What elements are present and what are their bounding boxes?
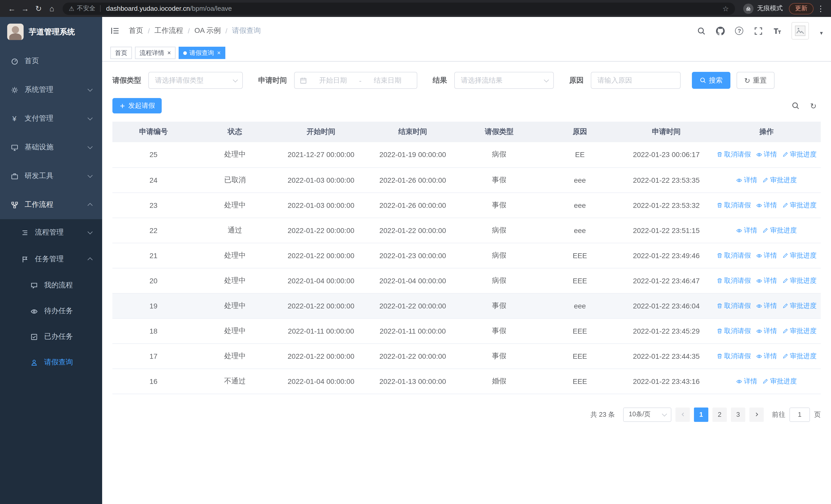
approval-progress-link[interactable]: 审批进度 [782, 301, 816, 310]
tab-process-detail[interactable]: 流程详情 × [135, 47, 175, 59]
approval-progress-link[interactable]: 审批进度 [763, 175, 797, 184]
sidebar-item-process-mgmt[interactable]: 流程管理 [0, 219, 102, 246]
page-button-3[interactable]: 3 [731, 407, 745, 422]
tab-home[interactable]: 首页 [110, 47, 132, 59]
help-icon[interactable]: ? [735, 26, 744, 35]
sidebar-item-task-mgmt[interactable]: 任务管理 [0, 246, 102, 272]
sidebar-item-pending-tasks[interactable]: 待办任务 [0, 298, 102, 324]
table-row[interactable]: 19 处理中 2022-01-22 00:00:00 2022-01-22 00… [112, 293, 821, 318]
apply-time-range-picker[interactable]: 开始日期 - 结束日期 [294, 72, 417, 89]
url-bar[interactable]: ⚠ 不安全 dashboard.yudao.iocoder.cn/bpm/oa/… [63, 2, 735, 14]
user-avatar[interactable] [792, 22, 809, 39]
cancel-leave-link[interactable]: 取消请假 [717, 326, 751, 335]
leave-type-select[interactable]: 请选择请假类型 [148, 72, 243, 89]
detail-link[interactable]: 详情 [736, 377, 757, 386]
browser-reload-icon[interactable]: ↻ [32, 0, 45, 17]
create-leave-button[interactable]: 发起请假 [112, 98, 162, 113]
table-row[interactable]: 20 处理中 2022-01-04 00:00:00 2022-01-04 00… [112, 268, 821, 293]
approval-progress-link[interactable]: 审批进度 [782, 150, 816, 159]
sidebar-item-payment[interactable]: ¥ 支付管理 [0, 104, 102, 133]
fullscreen-icon[interactable] [754, 26, 763, 35]
search-icon[interactable] [697, 26, 706, 35]
detail-link[interactable]: 详情 [736, 226, 757, 235]
sidebar-toggle-icon[interactable] [110, 26, 121, 36]
prev-page-button[interactable] [676, 407, 690, 422]
cancel-leave-link[interactable]: 取消请假 [717, 351, 751, 360]
sidebar-item-my-processes[interactable]: 我的流程 [0, 272, 102, 298]
col-start-time: 开始时间 [276, 122, 367, 142]
table-row[interactable]: 25 处理中 2021-12-27 00:00:00 2022-01-19 00… [112, 142, 821, 167]
approval-progress-link[interactable]: 审批进度 [782, 200, 816, 210]
approval-progress-link[interactable]: 审批进度 [763, 377, 797, 386]
table-right-toolbar: ↻ [791, 101, 821, 110]
table-row[interactable]: 16 不通过 2022-01-04 00:00:00 2022-01-13 00… [112, 368, 821, 394]
approval-progress-link[interactable]: 审批进度 [763, 226, 797, 235]
edit-icon [763, 227, 769, 233]
detail-link[interactable]: 详情 [756, 150, 777, 159]
detail-link[interactable]: 详情 [756, 301, 777, 310]
cancel-leave-link[interactable]: 取消请假 [717, 200, 751, 210]
page-button-1[interactable]: 1 [694, 407, 708, 422]
bookmark-star-icon[interactable]: ☆ [722, 4, 729, 12]
github-icon[interactable] [716, 26, 725, 35]
table-row[interactable]: 22 通过 2022-01-22 00:00:00 2022-01-22 00:… [112, 217, 821, 243]
breadcrumb-workflow[interactable]: 工作流程 [154, 26, 183, 35]
result-select[interactable]: 请选择流结果 [454, 72, 554, 89]
approval-progress-link[interactable]: 审批进度 [782, 351, 816, 360]
next-page-button[interactable] [749, 407, 764, 422]
search-button[interactable]: 搜索 [692, 72, 730, 89]
eye-icon [756, 252, 762, 259]
breadcrumb-oa-example[interactable]: OA 示例 [195, 26, 221, 35]
browser-menu-icon[interactable]: ⋮ [815, 4, 826, 13]
font-size-icon[interactable] [773, 26, 782, 35]
detail-link[interactable]: 详情 [756, 351, 777, 360]
table-row[interactable]: 17 处理中 2022-01-22 00:00:00 2022-01-22 00… [112, 343, 821, 368]
browser-forward-icon[interactable]: → [19, 0, 32, 17]
table-row[interactable]: 24 已取消 2022-01-03 00:00:00 2022-01-26 00… [112, 167, 821, 192]
sidebar-item-system[interactable]: 系统管理 [0, 76, 102, 104]
reset-button[interactable]: ↻ 重置 [737, 72, 774, 89]
cancel-leave-link[interactable]: 取消请假 [717, 150, 751, 159]
table-row[interactable]: 23 处理中 2022-01-03 00:00:00 2022-01-26 00… [112, 192, 821, 217]
avatar-caret-icon[interactable]: ▾ [820, 30, 823, 39]
sidebar-item-home[interactable]: 首页 [0, 47, 102, 76]
cell-apply-id: 16 [112, 368, 195, 394]
toggle-search-icon[interactable] [791, 101, 800, 110]
close-icon[interactable]: × [217, 50, 221, 56]
approval-progress-link[interactable]: 审批进度 [782, 326, 816, 335]
cell-operations: 取消请假 详情 审批进度 [712, 142, 821, 167]
detail-link[interactable]: 详情 [756, 276, 777, 285]
detail-link[interactable]: 详情 [756, 200, 777, 210]
sidebar-item-workflow[interactable]: 工作流程 [0, 190, 102, 219]
tab-leave-query[interactable]: 请假查询 × [179, 47, 225, 59]
edit-icon [782, 252, 789, 259]
cancel-leave-link[interactable]: 取消请假 [717, 301, 751, 310]
close-icon[interactable]: × [167, 50, 171, 56]
table-row[interactable]: 21 处理中 2022-01-22 00:00:00 2022-01-23 00… [112, 243, 821, 268]
edit-icon [763, 378, 769, 384]
browser-home-icon[interactable]: ⌂ [45, 0, 58, 17]
detail-link[interactable]: 详情 [756, 326, 777, 335]
cancel-leave-link[interactable]: 取消请假 [717, 251, 751, 260]
detail-link[interactable]: 详情 [736, 175, 757, 184]
cancel-leave-link[interactable]: 取消请假 [717, 276, 751, 285]
page-size-select[interactable]: 10条/页 [623, 407, 671, 422]
table-row[interactable]: 18 处理中 2022-01-11 00:00:00 2022-01-11 00… [112, 318, 821, 343]
sidebar-item-infrastructure[interactable]: 基础设施 [0, 133, 102, 162]
refresh-table-icon[interactable]: ↻ [809, 101, 818, 110]
breadcrumb-home[interactable]: 首页 [129, 26, 143, 35]
approval-progress-link[interactable]: 审批进度 [782, 251, 816, 260]
browser-back-icon[interactable]: ← [5, 0, 19, 17]
cell-end-time: 2022-01-22 00:00:00 [367, 217, 459, 243]
goto-page-input[interactable] [790, 407, 810, 422]
sidebar: 芋道管理系统 首页 系统管理 ¥ 支付管理 基 [0, 17, 102, 504]
page-button-2[interactable]: 2 [712, 407, 727, 422]
sidebar-item-leave-query[interactable]: 请假查询 [0, 350, 102, 375]
detail-link[interactable]: 详情 [756, 251, 777, 260]
reason-input[interactable] [593, 72, 678, 88]
sidebar-item-devtools[interactable]: 研发工具 [0, 162, 102, 190]
browser-update-button[interactable]: 更新 [789, 3, 813, 14]
approval-progress-link[interactable]: 审批进度 [782, 276, 816, 285]
sidebar-item-done-tasks[interactable]: 已办任务 [0, 324, 102, 350]
navbar-actions: ? ▾ [697, 22, 823, 39]
